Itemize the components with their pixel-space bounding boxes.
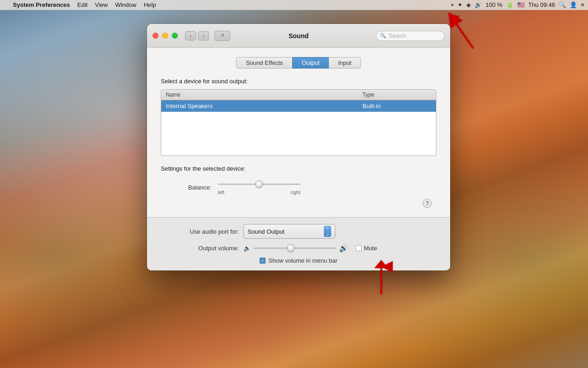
th-name: Name [166,92,362,98]
menubar-edit[interactable]: Edit [77,1,87,8]
audio-port-value: Sound Output [248,228,321,235]
maximize-button[interactable] [172,33,178,39]
back-button[interactable]: ‹ [185,31,196,40]
audio-port-row: Use audio port for: Sound Output ⌃⌄ [161,224,436,239]
bluetooth-icon: ✦ [458,1,463,8]
device-type: Built-in [362,103,431,109]
volume-high-icon: 🔊 [339,244,348,253]
close-button[interactable] [153,33,158,39]
window-title: Sound [288,32,309,40]
show-volume-row: ✓ Show volume in menu bar [161,257,436,264]
menubar-view[interactable]: View [95,1,108,8]
menubar-window[interactable]: Window [115,1,136,8]
minimize-button[interactable] [162,33,168,39]
bottom-section: Use audio port for: Sound Output ⌃⌄ Outp… [147,217,450,270]
show-volume-checkbox[interactable]: ✓ [260,258,266,264]
sound-preferences-window: ‹ › ⠿ Sound 🔍 Search Sound Effects Outpu… [147,24,450,270]
nav-buttons: ‹ › [185,31,209,40]
titlebar: ‹ › ⠿ Sound 🔍 Search [147,24,450,48]
table-header: Name Type [161,90,436,100]
balance-right-label: right [291,190,300,195]
search-box-icon: 🔍 [380,33,386,39]
output-volume-label: Output volume: [161,245,239,252]
help-button[interactable]: ? [423,199,432,208]
traffic-lights [153,33,178,39]
clock: Thu 09:46 [528,1,555,8]
tabs-container: Sound Effects Output Input [161,57,436,69]
wifi-icon: ◈ [466,1,471,8]
balance-label: Balance: [175,184,211,191]
flag-icon: 🇺🇸 [517,1,525,8]
search-placeholder: Search [389,33,406,39]
target-icon: ⌖ [451,1,454,9]
th-type: Type [362,92,431,98]
audio-port-label: Use audio port for: [161,228,239,235]
tab-sound-effects[interactable]: Sound Effects [236,57,292,69]
volume-icon[interactable]: 🔊 [475,1,482,8]
menubar-help[interactable]: Help [144,1,156,8]
window-content: Sound Effects Output Input Select a devi… [147,48,450,217]
chevron-down-icon: ⌃⌄ [324,226,331,237]
menubar: System Preferences Edit View Window Help… [0,0,588,10]
volume-low-icon: 🔈 [243,245,251,252]
notification-icon[interactable]: ≡ [581,1,584,8]
grid-view-button[interactable]: ⠿ [215,31,230,41]
menubar-app-name[interactable]: System Preferences [13,1,70,8]
device-section-heading: Select a device for sound output: [161,78,436,85]
device-table: Name Type Internal Speakers Built-in [161,89,436,156]
forward-button[interactable]: › [198,31,209,40]
search-box[interactable]: 🔍 Search [376,31,445,41]
tab-output[interactable]: Output [292,57,329,69]
balance-labels: left right [218,190,300,195]
table-body: Internal Speakers Built-in [161,100,436,155]
avatar-icon[interactable]: 👤 [570,1,577,8]
balance-slider[interactable] [218,179,300,189]
mute-checkbox[interactable] [356,245,362,251]
balance-left-label: left [218,190,225,195]
tab-input[interactable]: Input [329,57,361,69]
output-volume-row: Output volume: 🔈 🔊 Mute [161,243,436,253]
audio-port-select[interactable]: Sound Output ⌃⌄ [243,224,335,239]
battery-percent: 100 % [486,1,503,8]
balance-row: Balance: left right [161,179,436,195]
show-volume-label: Show volume in menu bar [268,257,337,264]
volume-control-row: 🔈 🔊 Mute [243,243,377,253]
mute-label: Mute [364,245,377,252]
volume-slider[interactable] [254,243,336,253]
mute-area: Mute [356,245,377,252]
search-icon[interactable]: 🔍 [559,1,566,8]
table-row[interactable]: Internal Speakers Built-in [161,100,436,112]
settings-heading: Settings for the selected device: [161,165,436,172]
battery-icon: 🔋 [506,1,514,8]
device-name: Internal Speakers [166,103,362,109]
